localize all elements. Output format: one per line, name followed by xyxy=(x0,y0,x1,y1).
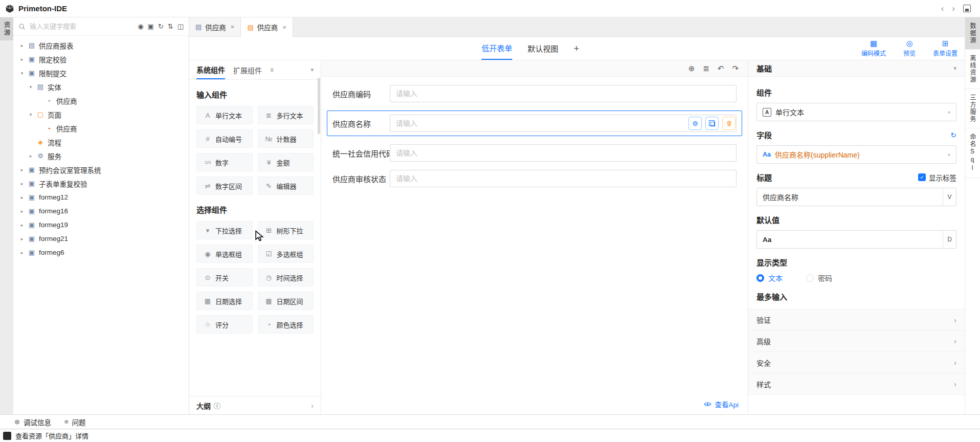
dock-tab-offline-resources[interactable]: 离线资源 xyxy=(965,50,980,89)
palette-scrollbar[interactable] xyxy=(318,78,320,134)
view-tab-default-view[interactable]: 默认视图 xyxy=(527,37,558,60)
expander-icon[interactable]: ▸ xyxy=(19,195,25,200)
expander-icon[interactable]: ▾ xyxy=(19,71,25,76)
add-view-icon[interactable]: + xyxy=(573,43,579,54)
palette-item-editor[interactable]: ✎ 编辑器 xyxy=(258,176,314,195)
dock-tab-resources[interactable]: 资源 xyxy=(0,17,13,40)
section-validation[interactable]: 验证 › xyxy=(748,309,965,330)
dock-tab-third-party-services[interactable]: 三方服务 xyxy=(965,89,980,128)
palette-collapse-icon[interactable]: ▾ xyxy=(310,67,314,73)
expander-icon[interactable]: ▸ xyxy=(19,236,25,241)
tree-item-formeg12[interactable]: ▸ ▣ formeg12 xyxy=(13,190,189,204)
tree-item-entity[interactable]: ▾ ▤ 实体 xyxy=(13,80,189,94)
section-advanced[interactable]: 高级 › xyxy=(748,330,965,352)
expander-icon[interactable]: ▸ xyxy=(19,250,25,255)
expander-icon[interactable]: ▸ xyxy=(28,153,33,159)
action-code-mode[interactable]: ▦ 编码模式 xyxy=(859,39,888,57)
tree-item-page[interactable]: ▾ ▢ 页面 xyxy=(13,107,189,121)
palette-item-tree-select[interactable]: ⊞ 树形下拉 xyxy=(258,221,314,239)
model-icon[interactable]: ▣ xyxy=(148,23,154,30)
palette-item-number-range[interactable]: ⇌ 数字区间 xyxy=(196,176,253,195)
tree-item-supplier-report[interactable]: ▸ ▤ 供应商报表 xyxy=(13,38,189,52)
close-tab-icon[interactable]: × xyxy=(231,23,235,31)
palette-item-switch[interactable]: ⊙ 开关 xyxy=(196,268,253,286)
checkbox-checked-icon[interactable]: ✓ xyxy=(918,173,926,181)
palette-item-amount[interactable]: ¥ 金额 xyxy=(258,153,314,171)
component-select[interactable]: A 单行文本 ▾ xyxy=(756,103,956,121)
section-style[interactable]: 样式 › xyxy=(748,373,965,395)
palette-item-multi-line-text[interactable]: ≣ 多行文本 xyxy=(258,106,314,124)
tree-item-process[interactable]: ◈ 流程 xyxy=(13,135,189,149)
palette-item-color-picker[interactable]: ◔ 颜色选择 xyxy=(258,315,314,334)
form-field-credit-code[interactable]: 统一社会信用代码 xyxy=(332,144,737,162)
tree-item-page-supplier[interactable]: ● 供应商 xyxy=(13,121,189,135)
sort-icon[interactable]: ⇅ xyxy=(168,23,173,30)
palette-item-time-picker[interactable]: ◷ 时间选择 xyxy=(258,268,314,286)
expander-icon[interactable]: ▸ xyxy=(19,209,25,214)
expander-icon[interactable]: ▾ xyxy=(28,112,33,117)
palette-item-single-line-text[interactable]: A 单行文本 xyxy=(196,106,253,124)
i18n-icon[interactable]: ⊕ xyxy=(688,64,695,73)
tree-item-meeting-room-system[interactable]: ▸ ▣ 预约会议室管理系统 xyxy=(13,163,189,176)
palette-item-rating[interactable]: ☆ 评分 xyxy=(196,315,253,334)
field-select[interactable]: Aa 供应商名称(supplierName) ▾ xyxy=(756,145,956,164)
save-icon[interactable] xyxy=(963,5,971,12)
show-label-control[interactable]: ✓ 显示标签 xyxy=(918,172,956,183)
problems-button[interactable]: ≡ 问题 xyxy=(64,417,86,427)
tree-item-subform-duplicate-check[interactable]: ▸ ▣ 子表单重复校验 xyxy=(13,176,189,190)
palette-menu-icon[interactable]: ≡ xyxy=(270,67,274,74)
tree-item-entity-supplier[interactable]: ● 供应商 xyxy=(13,94,189,107)
undo-icon[interactable]: ↶ xyxy=(718,64,724,73)
debug-info-button[interactable]: ⊛ 调试信息 xyxy=(14,417,51,427)
refresh-field-icon[interactable]: ↻ xyxy=(950,131,956,139)
palette-item-date-picker[interactable]: ▦ 日期选择 xyxy=(196,292,253,310)
editor-tab-supplier-1[interactable]: ▤ 供应商 × xyxy=(189,17,241,36)
editor-tab-supplier-2[interactable]: ▤ 供应商 × xyxy=(241,17,293,37)
tree-item-formeg6[interactable]: ▸ ▣ formeg6 xyxy=(13,246,189,259)
view-api-link[interactable]: 查看Api xyxy=(704,399,739,409)
field-settings-button[interactable]: ⚙ xyxy=(688,117,702,130)
refresh-icon[interactable]: ↻ xyxy=(158,23,164,30)
dock-tab-data-source[interactable]: 数据源 xyxy=(965,17,980,50)
expander-icon[interactable]: ▸ xyxy=(19,181,25,186)
title-input[interactable] xyxy=(757,188,943,206)
action-preview[interactable]: ◎ 预览 xyxy=(895,39,924,57)
field-input[interactable] xyxy=(390,85,737,102)
field-input[interactable] xyxy=(390,115,737,132)
tree-item-formeg19[interactable]: ▸ ▣ formeg19 xyxy=(13,218,189,232)
default-value-input[interactable]: Aa xyxy=(757,236,943,244)
expander-icon[interactable]: ▸ xyxy=(19,43,25,48)
action-form-settings[interactable]: ⊞ 表单设置 xyxy=(931,39,960,57)
ai-icon[interactable]: ◉ xyxy=(138,23,143,30)
field-input[interactable] xyxy=(390,170,737,187)
form-field-supplier-code[interactable]: 供应商编码 xyxy=(332,85,737,102)
nav-back-icon[interactable]: ‹ xyxy=(941,4,944,13)
expand-outline-icon[interactable]: › xyxy=(311,402,314,410)
dock-tab-named-sql[interactable]: 命名Sql xyxy=(965,128,980,178)
title-variable-button[interactable]: V xyxy=(943,188,956,206)
properties-header[interactable]: 基础 ▾ xyxy=(748,60,965,77)
search-input[interactable] xyxy=(30,23,133,30)
field-delete-button[interactable] xyxy=(722,117,736,130)
outline-icon[interactable]: ≣ xyxy=(703,64,709,73)
expander-icon[interactable]: ▸ xyxy=(19,167,25,172)
palette-item-auto-number[interactable]: # 自动编号 xyxy=(196,129,253,148)
tree-item-limit-check[interactable]: ▸ ▣ 限定校验 xyxy=(13,52,189,66)
default-value-dynamic-button[interactable]: D xyxy=(943,231,956,248)
tree-item-formeg21[interactable]: ▸ ▣ formeg21 xyxy=(13,232,189,246)
collapse-panel-icon[interactable]: ▾ xyxy=(953,65,956,72)
section-security[interactable]: 安全 › xyxy=(748,352,965,373)
palette-item-counter[interactable]: № 计数器 xyxy=(258,129,314,148)
tab-system-components[interactable]: 系统组件 xyxy=(196,60,225,79)
radio-password[interactable]: 密码 xyxy=(806,273,832,283)
tree-item-limit-submit[interactable]: ▾ ▣ 限制提交 xyxy=(13,66,189,80)
palette-item-date-range[interactable]: ▦ 日期区间 xyxy=(258,292,314,310)
expander-icon[interactable]: ▾ xyxy=(28,84,33,90)
tab-extension-components[interactable]: 扩展组件 xyxy=(233,60,262,79)
view-tab-lowcode-form[interactable]: 低开表单 xyxy=(481,37,512,60)
redo-icon[interactable]: ↷ xyxy=(732,64,739,73)
nav-forward-icon[interactable]: › xyxy=(952,4,955,13)
field-input[interactable] xyxy=(390,144,737,162)
close-tab-icon[interactable]: × xyxy=(282,24,286,31)
form-field-audit-status[interactable]: 供应商审核状态 xyxy=(332,170,737,187)
